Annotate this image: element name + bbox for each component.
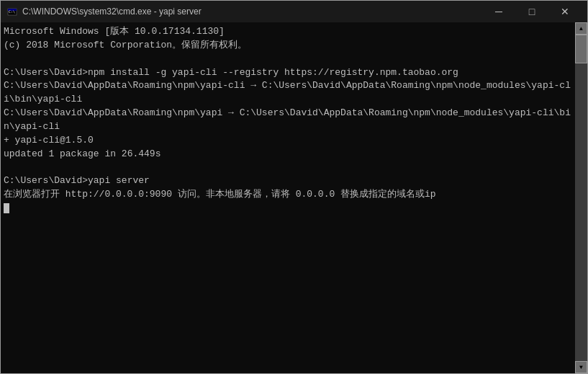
svg-text:C:\: C:\ (9, 9, 15, 14)
terminal-line: (c) 2018 Microsoft Corporation。保留所有权利。 (4, 39, 572, 53)
terminal-line: 在浏览器打开 http://0.0.0.0:9090 访问。非本地服务器，请将 … (4, 188, 572, 202)
cursor-block (4, 203, 9, 213)
scroll-down-arrow[interactable]: ▼ (575, 361, 587, 373)
terminal-body: Microsoft Windows [版本 10.0.17134.1130](c… (1, 22, 587, 373)
scrollbar-track-area (575, 35, 587, 361)
terminal-line: + yapi-cli@1.5.0 (4, 134, 572, 148)
cmd-window: C:\ C:\WINDOWS\system32\cmd.exe - yapi s… (0, 0, 588, 374)
terminal-line: updated 1 package in 26.449s (4, 148, 572, 161)
minimize-button[interactable]: ─ (482, 1, 515, 22)
title-bar: C:\ C:\WINDOWS\system32\cmd.exe - yapi s… (1, 1, 587, 22)
cmd-window-icon: C:\ (6, 6, 18, 17)
terminal-line: C:\Users\David\AppData\Roaming\npm\yapi … (4, 107, 572, 134)
maximize-button[interactable]: □ (515, 1, 548, 22)
terminal-line: C:\Users\David\AppData\Roaming\npm\yapi-… (4, 79, 572, 107)
scrollbar-thumb[interactable] (575, 35, 587, 63)
terminal-line (4, 161, 572, 174)
close-button[interactable]: ✕ (548, 1, 582, 22)
terminal-line: C:\Users\David>npm install -g yapi-cli -… (4, 66, 572, 80)
terminal-line (4, 53, 572, 66)
terminal-line: C:\Users\David>yapi server (4, 174, 572, 188)
cursor-line (4, 202, 572, 215)
window-controls: ─ □ ✕ (482, 1, 582, 22)
terminal-line: Microsoft Windows [版本 10.0.17134.1130] (4, 25, 572, 39)
scroll-up-arrow[interactable]: ▲ (575, 22, 587, 35)
window-title: C:\WINDOWS\system32\cmd.exe - yapi serve… (22, 6, 482, 17)
terminal-output[interactable]: Microsoft Windows [版本 10.0.17134.1130](c… (1, 22, 575, 373)
scrollbar[interactable]: ▲ ▼ (575, 22, 587, 373)
